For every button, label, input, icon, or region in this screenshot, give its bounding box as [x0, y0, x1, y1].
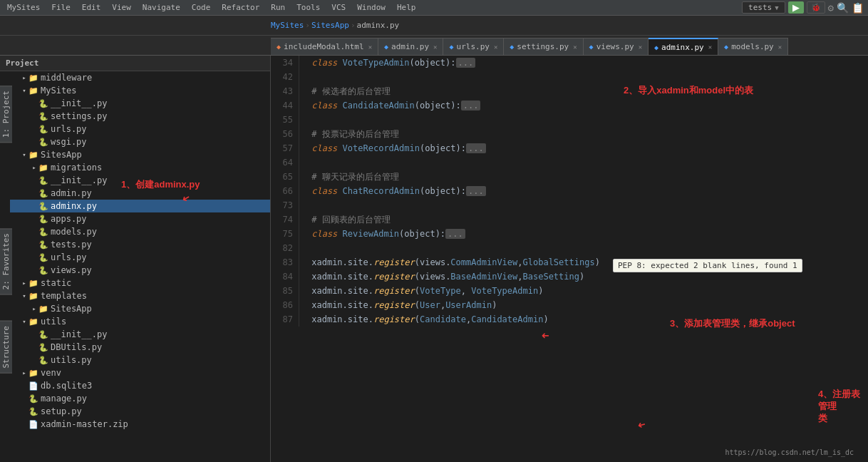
folder-icon-templates: 📁: [29, 292, 38, 301]
tree-item-utils[interactable]: ▾📁utils: [10, 315, 270, 328]
tab-close-includeModal[interactable]: ✕: [368, 43, 372, 51]
code-row-73[interactable]: 73: [271, 198, 868, 212]
code-line-56: # 投票记录的后台管理: [299, 127, 868, 141]
favorites-panel-tab[interactable]: 2: Favorites: [0, 228, 12, 294]
menu-run[interactable]: Run: [268, 1, 288, 14]
line-number-56: 56: [271, 127, 299, 141]
sidebar-header: Project: [0, 56, 270, 71]
line-number-43: 43: [271, 84, 299, 98]
toolbar-icon-1[interactable]: ⚙: [828, 2, 834, 14]
tab-includeModal[interactable]: ◆ includeModal.html ✕: [271, 38, 378, 55]
tree-item-middleware[interactable]: ▸📁middleware: [10, 71, 270, 84]
tree-item-dbutils[interactable]: 🐍DBUtils.py: [10, 341, 270, 354]
breadcrumb-sitesapp[interactable]: SitesApp: [311, 21, 349, 30]
tree-item-sitesapp[interactable]: ▾📁SitesApp: [10, 148, 270, 161]
tab-close-admin[interactable]: ✕: [433, 43, 437, 51]
toolbar-icon-3[interactable]: 📋: [852, 2, 864, 14]
tree-label-settings: settings.py: [51, 111, 107, 121]
tab-models[interactable]: ◆ models.py ✕: [718, 38, 788, 55]
tab-close-adminx[interactable]: ✕: [708, 43, 712, 51]
code-row-82[interactable]: 82: [271, 241, 868, 255]
tab-label-models: models.py: [731, 42, 774, 51]
line-number-85: 85: [271, 284, 299, 298]
code-row-43[interactable]: 43 # 候选者的后台管理: [271, 84, 868, 98]
menu-refactor[interactable]: Refactor: [219, 1, 262, 14]
tree-item-mysites[interactable]: ▾📁MySites: [10, 84, 270, 97]
code-content: 34 class VoteTypeAdmin(object):... 42 43…: [271, 56, 868, 327]
tree-item-setup[interactable]: 🐍setup.py: [10, 405, 270, 418]
tree-item-manage[interactable]: 🐍manage.py: [10, 392, 270, 405]
breadcrumb-adminx: adminx.py: [357, 21, 400, 30]
tab-close-models[interactable]: ✕: [778, 43, 782, 51]
tree-item-db[interactable]: 📄db.sqlite3: [10, 379, 270, 392]
code-row-55[interactable]: 55: [271, 113, 868, 127]
tree-item-models[interactable]: 🐍models.py: [10, 225, 270, 238]
breadcrumb-mysites[interactable]: MySites: [271, 21, 304, 30]
menu-window[interactable]: Window: [354, 1, 388, 14]
tree-item-adminx[interactable]: 🐍adminx.py: [10, 200, 270, 212]
code-row-57[interactable]: 57 class VoteRecordAdmin(object):...: [271, 141, 868, 155]
tree-item-views[interactable]: 🐍views.py: [10, 264, 270, 277]
tree-label-venv: venv: [41, 368, 61, 378]
tree-label-mysites: MySites: [41, 86, 77, 96]
code-row-75[interactable]: 75 class ReviewAdmin(object):...: [271, 227, 868, 241]
tree-item-init1[interactable]: 🐍__init__.py: [10, 97, 270, 110]
tree-item-migrations[interactable]: ▸📁migrations: [10, 161, 270, 174]
tab-admin[interactable]: ◆ admin.py ✕: [378, 38, 443, 55]
debug-button[interactable]: 🐞: [807, 1, 825, 14]
code-editor[interactable]: 34 class VoteTypeAdmin(object):... 42 43…: [271, 56, 868, 462]
code-row-85[interactable]: 85 xadmin.site.register(VoteType, VoteTy…: [271, 284, 868, 298]
menu-tools[interactable]: Tools: [294, 1, 323, 14]
menu-vcs[interactable]: VCS: [329, 1, 348, 14]
menu-help[interactable]: Help: [394, 1, 419, 14]
tab-settings[interactable]: ◆ settings.py ✕: [504, 38, 583, 55]
menu-mysites[interactable]: MySites: [4, 1, 43, 14]
tree-item-apps[interactable]: 🐍apps.py: [10, 212, 270, 225]
tree-item-xadmin[interactable]: 📄xadmin-master.zip: [10, 418, 270, 431]
code-row-86[interactable]: 86 xadmin.site.register(User,UserAdmin): [271, 298, 868, 312]
run-button[interactable]: ▶: [788, 1, 804, 14]
code-row-56[interactable]: 56 # 投票记录的后台管理: [271, 127, 868, 141]
line-number-87: 87: [271, 312, 299, 327]
code-row-34[interactable]: 34 class VoteTypeAdmin(object):...: [271, 56, 868, 70]
run-config[interactable]: tests ▼: [742, 1, 785, 14]
code-row-66[interactable]: 66 class ChatRecordAdmin(object):...: [271, 184, 868, 198]
tree-item-templates[interactable]: ▾📁templates: [10, 289, 270, 302]
structure-panel-tab[interactable]: Structure: [0, 321, 12, 374]
tree-item-admin[interactable]: 🐍admin.py: [10, 187, 270, 200]
tree-item-utils2[interactable]: 🐍utils.py: [10, 354, 270, 366]
tree-item-settings[interactable]: 🐍settings.py: [10, 110, 270, 123]
tab-close-urls[interactable]: ✕: [494, 43, 497, 51]
menu-edit[interactable]: Edit: [79, 1, 104, 14]
tree-item-init2[interactable]: 🐍__init__.py: [10, 174, 270, 187]
tree-item-urls2[interactable]: 🐍urls.py: [10, 251, 270, 264]
code-row-44[interactable]: 44 class CandidateAdmin(object):...: [271, 98, 868, 113]
code-row-42[interactable]: 42: [271, 70, 868, 84]
menu-code[interactable]: Code: [189, 1, 214, 14]
code-row-65[interactable]: 65 # 聊天记录的后台管理: [271, 170, 868, 184]
toolbar-icon-2[interactable]: 🔍: [837, 2, 849, 14]
tree-item-wsgi[interactable]: 🐍wsgi.py: [10, 135, 270, 148]
tab-views[interactable]: ◆ views.py ✕: [584, 38, 649, 55]
tab-close-settings[interactable]: ✕: [573, 43, 577, 51]
tab-adminx[interactable]: ◆ adminx.py ✕: [649, 38, 718, 55]
menu-view[interactable]: View: [109, 1, 134, 14]
tree-item-tests[interactable]: 🐍tests.py: [10, 238, 270, 251]
tree-item-sitesapp2[interactable]: ▸📁SitesApp: [10, 302, 270, 315]
code-row-64[interactable]: 64: [271, 155, 868, 170]
tree-item-init3[interactable]: 🐍__init__.py: [10, 328, 270, 341]
code-row-74[interactable]: 74 # 回顾表的后台管理: [271, 212, 868, 227]
tree-item-venv[interactable]: ▸📁venv: [10, 366, 270, 379]
project-panel-tab[interactable]: 1: Project: [0, 86, 12, 143]
run-config-arrow: ▼: [775, 4, 778, 11]
tree-item-static[interactable]: ▸📁static: [10, 277, 270, 289]
tree-label-models: models.py: [51, 227, 97, 237]
tab-close-views[interactable]: ✕: [639, 43, 642, 51]
menu-navigate[interactable]: Navigate: [140, 1, 183, 14]
folder-icon-sitesapp: 📁: [29, 150, 38, 160]
tree-item-urls1[interactable]: 🐍urls.py: [10, 123, 270, 135]
code-row-87[interactable]: 87 xadmin.site.register(Candidate,Candid…: [271, 312, 868, 327]
tab-urls[interactable]: ◆ urls.py ✕: [443, 38, 504, 55]
breadcrumb-sep2: ›: [351, 21, 356, 30]
menu-file[interactable]: File: [48, 1, 73, 14]
